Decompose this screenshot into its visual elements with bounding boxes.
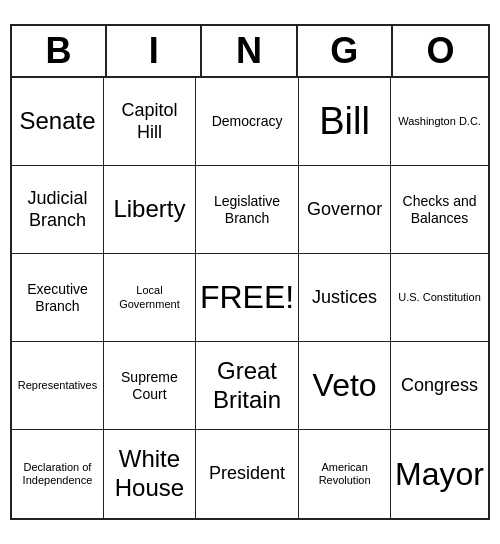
cell-text-16: Supreme Court bbox=[108, 369, 191, 403]
cell-text-11: Local Government bbox=[108, 284, 191, 310]
cell-text-21: White House bbox=[108, 445, 191, 503]
cell-text-1: Capitol Hill bbox=[108, 100, 191, 143]
cell-text-22: President bbox=[209, 463, 285, 485]
bingo-header: BINGO bbox=[12, 26, 488, 78]
bingo-cell-21: White House bbox=[104, 430, 196, 518]
bingo-cell-17: Great Britain bbox=[196, 342, 299, 430]
cell-text-2: Democracy bbox=[212, 113, 283, 130]
header-letter-g: G bbox=[298, 26, 393, 76]
header-letter-n: N bbox=[202, 26, 297, 76]
header-letter-i: I bbox=[107, 26, 202, 76]
bingo-cell-18: Veto bbox=[299, 342, 391, 430]
bingo-cell-15: Representatives bbox=[12, 342, 104, 430]
cell-text-4: Washington D.C. bbox=[398, 115, 481, 128]
bingo-cell-2: Democracy bbox=[196, 78, 299, 166]
cell-text-0: Senate bbox=[19, 107, 95, 136]
bingo-cell-3: Bill bbox=[299, 78, 391, 166]
cell-text-7: Legislative Branch bbox=[200, 193, 294, 227]
bingo-cell-20: Declaration of Independence bbox=[12, 430, 104, 518]
bingo-cell-6: Liberty bbox=[104, 166, 196, 254]
cell-text-8: Governor bbox=[307, 199, 382, 221]
cell-text-18: Veto bbox=[313, 366, 377, 404]
cell-text-5: Judicial Branch bbox=[16, 188, 99, 231]
bingo-cell-9: Checks and Balances bbox=[391, 166, 488, 254]
bingo-cell-19: Congress bbox=[391, 342, 488, 430]
bingo-cell-12: FREE! bbox=[196, 254, 299, 342]
cell-text-13: Justices bbox=[312, 287, 377, 309]
cell-text-9: Checks and Balances bbox=[395, 193, 484, 227]
bingo-cell-10: Executive Branch bbox=[12, 254, 104, 342]
bingo-cell-1: Capitol Hill bbox=[104, 78, 196, 166]
bingo-cell-14: U.S. Constitution bbox=[391, 254, 488, 342]
cell-text-10: Executive Branch bbox=[16, 281, 99, 315]
cell-text-23: American Revolution bbox=[303, 461, 386, 487]
cell-text-3: Bill bbox=[319, 99, 370, 145]
bingo-cell-4: Washington D.C. bbox=[391, 78, 488, 166]
bingo-cell-11: Local Government bbox=[104, 254, 196, 342]
cell-text-12: FREE! bbox=[200, 278, 294, 316]
cell-text-20: Declaration of Independence bbox=[16, 461, 99, 487]
cell-text-24: Mayor bbox=[395, 455, 484, 493]
bingo-cell-7: Legislative Branch bbox=[196, 166, 299, 254]
bingo-cell-16: Supreme Court bbox=[104, 342, 196, 430]
bingo-cell-22: President bbox=[196, 430, 299, 518]
bingo-cell-23: American Revolution bbox=[299, 430, 391, 518]
header-letter-b: B bbox=[12, 26, 107, 76]
cell-text-6: Liberty bbox=[113, 195, 185, 224]
cell-text-19: Congress bbox=[401, 375, 478, 397]
bingo-card: BINGO SenateCapitol HillDemocracyBillWas… bbox=[10, 24, 490, 520]
bingo-cell-5: Judicial Branch bbox=[12, 166, 104, 254]
bingo-cell-8: Governor bbox=[299, 166, 391, 254]
bingo-grid: SenateCapitol HillDemocracyBillWashingto… bbox=[12, 78, 488, 518]
header-letter-o: O bbox=[393, 26, 488, 76]
bingo-cell-13: Justices bbox=[299, 254, 391, 342]
bingo-cell-0: Senate bbox=[12, 78, 104, 166]
cell-text-14: U.S. Constitution bbox=[398, 291, 481, 304]
cell-text-17: Great Britain bbox=[200, 357, 294, 415]
cell-text-15: Representatives bbox=[18, 379, 98, 392]
bingo-cell-24: Mayor bbox=[391, 430, 488, 518]
